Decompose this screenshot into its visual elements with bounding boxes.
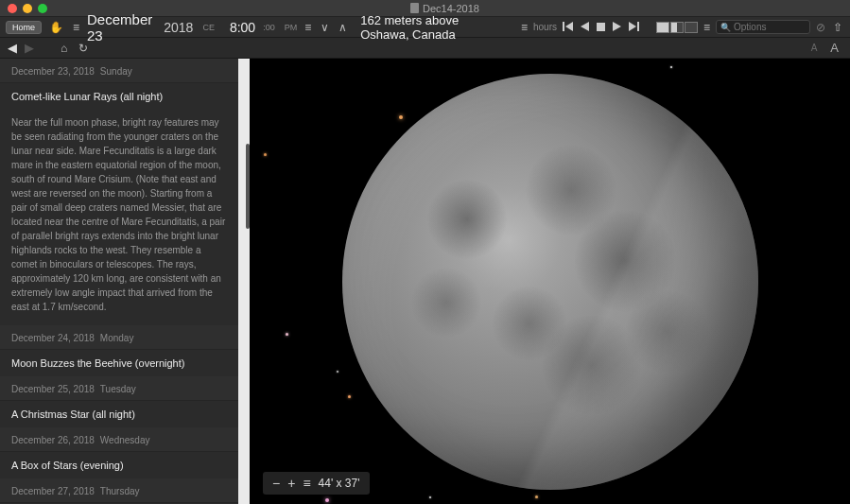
star[interactable]	[264, 153, 267, 156]
entry-body: Near the full moon phase, bright ray fea…	[0, 110, 238, 325]
close-window-button[interactable]	[8, 4, 17, 13]
star[interactable]	[535, 495, 538, 498]
clear-icon[interactable]: ⊘	[814, 21, 827, 34]
svg-marker-1	[565, 22, 573, 31]
divider[interactable]	[238, 59, 250, 504]
moon[interactable]	[342, 74, 758, 490]
svg-rect-6	[637, 22, 639, 31]
entry-day: Thursday	[100, 486, 140, 496]
star[interactable]	[670, 66, 672, 68]
events-sidebar[interactable]: December 23, 2018SundayComet-like Lunar …	[0, 59, 238, 504]
skip-back-icon[interactable]	[561, 21, 575, 34]
document-icon	[410, 3, 419, 13]
entry-title[interactable]: A Box of Stars (evening)	[0, 452, 238, 478]
content-area: December 23, 2018SundayComet-like Lunar …	[0, 59, 850, 504]
view-mode-2[interactable]	[670, 22, 684, 33]
home-icon[interactable]: ⌂	[59, 42, 69, 55]
entry-day: Monday	[100, 333, 134, 343]
fov-value: 44' x 37'	[319, 477, 360, 490]
skip-forward-icon[interactable]	[627, 21, 641, 34]
star[interactable]	[337, 371, 338, 373]
zoom-in-button[interactable]: +	[287, 476, 295, 491]
entry-date-header[interactable]: December 27, 2018Thursday	[0, 478, 238, 503]
chevron-down-icon[interactable]: ∨	[319, 21, 331, 34]
font-small-button[interactable]: A	[811, 43, 818, 53]
date-display[interactable]: December 23	[87, 11, 152, 43]
entry-date: December 27, 2018	[11, 486, 95, 496]
home-button[interactable]: Home	[6, 21, 42, 34]
window-controls	[8, 4, 47, 13]
star[interactable]	[429, 496, 431, 498]
seconds-display: :00	[263, 23, 275, 32]
year-display[interactable]: 2018	[164, 20, 193, 35]
nav-back-button[interactable]: ◀	[8, 41, 17, 55]
entry-day: Wednesday	[100, 435, 150, 445]
svg-rect-3	[597, 23, 605, 31]
panel-icon[interactable]: ≡	[702, 21, 712, 34]
font-large-button[interactable]: A	[830, 41, 839, 55]
nav-forward-button[interactable]: ▶	[25, 41, 34, 55]
star[interactable]	[286, 333, 288, 336]
star[interactable]	[399, 115, 403, 119]
location-display[interactable]: 162 meters above Oshawa, Canada	[360, 13, 508, 42]
play-back-icon[interactable]	[579, 21, 591, 34]
refresh-icon[interactable]: ↻	[77, 42, 90, 55]
entry-date: December 24, 2018	[11, 333, 95, 343]
search-box[interactable]: 🔍	[716, 20, 810, 34]
entry-day: Tuesday	[100, 384, 136, 394]
svg-marker-5	[629, 22, 636, 31]
zoom-window-button[interactable]	[38, 4, 47, 13]
sky-view[interactable]: − + ≡ 44' x 37'	[250, 59, 850, 504]
view-mode-1[interactable]	[656, 22, 669, 33]
share-icon[interactable]: ⇧	[831, 21, 844, 34]
entry-date: December 25, 2018	[11, 384, 95, 394]
view-mode-3[interactable]	[685, 22, 698, 33]
entry-title[interactable]: Comet-like Lunar Rays (all night)	[0, 83, 238, 110]
fov-indicator: − + ≡ 44' x 37'	[263, 472, 370, 495]
stop-icon[interactable]	[595, 21, 607, 34]
svg-marker-2	[581, 22, 589, 31]
search-icon: 🔍	[720, 23, 731, 32]
play-forward-icon[interactable]	[611, 21, 623, 34]
fov-menu-icon[interactable]: ≡	[303, 476, 310, 491]
entry-title[interactable]: Moon Buzzes the Beehive (overnight)	[0, 350, 238, 376]
view-mode-toggle[interactable]	[656, 22, 698, 33]
entry-date-header[interactable]: December 25, 2018Tuesday	[0, 376, 238, 401]
entry-date-header[interactable]: December 23, 2018Sunday	[0, 59, 238, 83]
entry-date: December 23, 2018	[11, 66, 95, 77]
list-icon[interactable]: ≡	[303, 21, 313, 34]
time-display[interactable]: 8:00	[230, 20, 255, 35]
svg-rect-0	[563, 22, 564, 31]
ampm-display: PM	[285, 23, 298, 32]
entry-day: Sunday	[100, 66, 132, 77]
search-input[interactable]	[734, 22, 800, 32]
entry-date-header[interactable]: December 24, 2018Monday	[0, 325, 238, 350]
entry-title[interactable]: A Christmas Star (all night)	[0, 401, 238, 427]
era-display: CE	[202, 23, 215, 32]
star[interactable]	[348, 395, 351, 398]
svg-marker-4	[613, 22, 621, 31]
hours-label: hours	[533, 22, 557, 32]
zoom-out-button[interactable]: −	[272, 476, 280, 491]
toolbar-right: ≡ hours ≡ 🔍 ⊘ ⇧	[519, 20, 844, 34]
entry-date-header[interactable]: December 26, 2018Wednesday	[0, 427, 238, 452]
menu-icon[interactable]: ≡	[71, 21, 81, 34]
settings-icon[interactable]: ≡	[519, 21, 529, 34]
hand-icon[interactable]: ✋	[47, 21, 65, 34]
chevron-up-icon[interactable]: ∧	[337, 21, 349, 34]
minimize-window-button[interactable]	[23, 4, 32, 13]
entry-date: December 26, 2018	[11, 435, 95, 445]
main-toolbar: Home ✋ ≡ December 23 2018 CE 8:00:00 PM …	[0, 17, 850, 38]
star[interactable]	[325, 498, 329, 502]
